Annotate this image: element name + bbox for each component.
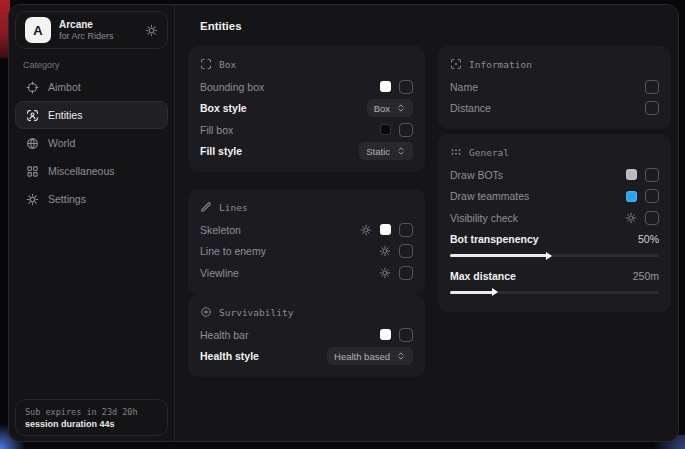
panel-survivability-header: Survivability (200, 303, 413, 321)
sidebar-item-label: World (48, 137, 75, 149)
setting-label: Draw teammates (450, 190, 529, 202)
entities-icon (26, 109, 39, 122)
setting-row-fill-box: Fill box (200, 119, 413, 141)
bounding-box-checkbox[interactable] (399, 80, 413, 94)
chevrons-up-down-icon (396, 103, 406, 113)
color-swatch[interactable] (626, 191, 637, 202)
crosshair-icon (26, 81, 39, 94)
panel-lines: Lines Skeleton Line to enemy (188, 189, 425, 294)
draw-bots-checkbox[interactable] (645, 168, 659, 182)
scan-face-icon (450, 58, 462, 70)
health-bar-checkbox[interactable] (399, 328, 413, 342)
setting-label: Distance (450, 102, 491, 114)
sidebar-item-label: Entities (48, 109, 82, 121)
skeleton-checkbox[interactable] (399, 223, 413, 237)
setting-row-fill-style: Fill style Static (200, 141, 413, 163)
color-swatch[interactable] (380, 224, 391, 235)
setting-row-name: Name (450, 76, 659, 98)
setting-row-box-style: Box style Box (200, 98, 413, 120)
dropdown-value: Health based (334, 351, 390, 362)
subscription-card: Sub expires in 23d 20h session duration … (15, 399, 168, 436)
setting-label: Health bar (200, 329, 248, 341)
setting-row-bounding-box: Bounding box (200, 76, 413, 98)
panel-title: Information (469, 59, 532, 70)
setting-row-skeleton: Skeleton (200, 219, 413, 241)
color-swatch[interactable] (626, 169, 637, 180)
gear-icon (26, 193, 39, 206)
color-swatch[interactable] (380, 329, 391, 340)
setting-row-visibility-check: Visibility check (450, 207, 659, 229)
panel-title: General (469, 147, 509, 158)
line-to-enemy-checkbox[interactable] (399, 244, 413, 258)
name-checkbox[interactable] (645, 80, 659, 94)
sidebar-item-miscellaneous[interactable]: Miscellaneous (15, 157, 168, 185)
health-icon (200, 306, 212, 318)
grid-icon (26, 165, 39, 178)
panel-general-header: General (450, 143, 659, 161)
gear-icon[interactable] (379, 245, 391, 257)
max-distance-slider[interactable] (450, 291, 659, 294)
sidebar-item-label: Aimbot (48, 81, 81, 93)
sidebar-item-settings[interactable]: Settings (15, 185, 168, 213)
setting-label: Fill style (200, 145, 242, 157)
screen: A Arcane for Arc Riders Category Aimbot … (0, 0, 685, 449)
brand-text: Arcane for Arc Riders (59, 19, 114, 41)
health-style-dropdown[interactable]: Health based (327, 347, 413, 365)
setting-label: Line to enemy (200, 245, 266, 257)
setting-label: Draw BOTs (450, 169, 503, 181)
setting-label: Box style (200, 102, 247, 114)
panel-title: Survivability (219, 307, 293, 318)
chevrons-up-down-icon (396, 146, 406, 156)
chevrons-up-down-icon (396, 351, 406, 361)
color-swatch[interactable] (380, 124, 391, 135)
gear-icon[interactable] (379, 267, 391, 279)
category-label: Category (23, 60, 60, 70)
slider-label-row: Max distance 250m (450, 265, 659, 287)
panel-general: General Draw BOTs Draw teammates (438, 134, 671, 312)
dropdown-value: Box (374, 103, 390, 114)
draw-teammates-checkbox[interactable] (645, 189, 659, 203)
setting-row-distance: Distance (450, 98, 659, 120)
viewline-checkbox[interactable] (399, 266, 413, 280)
panel-box-header: Box (200, 55, 413, 73)
sidebar-nav: Aimbot Entities World Miscellaneous Sett… (15, 73, 168, 213)
session-duration-text: session duration 44s (25, 419, 158, 429)
panel-title: Lines (219, 202, 248, 213)
panel-title: Box (219, 59, 236, 70)
setting-label: Health style (200, 350, 259, 362)
setting-row-health-bar: Health bar (200, 324, 413, 346)
slider-value: 50% (638, 233, 659, 245)
gear-icon[interactable] (360, 224, 372, 236)
slider-fill (450, 254, 548, 257)
page-title: Entities (200, 20, 242, 32)
setting-label: Bot transpenency (450, 233, 539, 245)
visibility-check-checkbox[interactable] (645, 211, 659, 225)
setting-label: Bounding box (200, 81, 264, 93)
sidebar-item-aimbot[interactable]: Aimbot (15, 73, 168, 101)
slider-value: 250m (633, 270, 659, 282)
setting-label: Viewline (200, 267, 239, 279)
slider-thumb[interactable] (546, 252, 552, 260)
slider-thumb[interactable] (492, 288, 498, 296)
fill-box-checkbox[interactable] (399, 123, 413, 137)
sidebar-item-world[interactable]: World (15, 129, 168, 157)
setting-bot-transparency: Bot transpenency 50% (450, 229, 659, 258)
brand-tagline: for Arc Riders (59, 31, 114, 41)
setting-row-health-style: Health style Health based (200, 346, 413, 368)
fill-style-dropdown[interactable]: Static (359, 142, 413, 160)
setting-label: Name (450, 81, 478, 93)
setting-label: Visibility check (450, 212, 518, 224)
globe-icon (26, 137, 39, 150)
gear-icon[interactable] (145, 24, 158, 37)
distance-checkbox[interactable] (645, 101, 659, 115)
sidebar: A Arcane for Arc Riders Category Aimbot … (9, 5, 175, 441)
color-swatch[interactable] (380, 81, 391, 92)
gear-icon[interactable] (625, 212, 637, 224)
box-style-dropdown[interactable]: Box (367, 99, 413, 117)
panel-box: Box Bounding box Box style Box (188, 46, 425, 172)
dropdown-value: Static (366, 146, 390, 157)
sidebar-item-label: Settings (48, 193, 86, 205)
sidebar-item-entities[interactable]: Entities (15, 101, 168, 129)
bot-transparency-slider[interactable] (450, 254, 659, 257)
pencil-icon (200, 201, 212, 213)
